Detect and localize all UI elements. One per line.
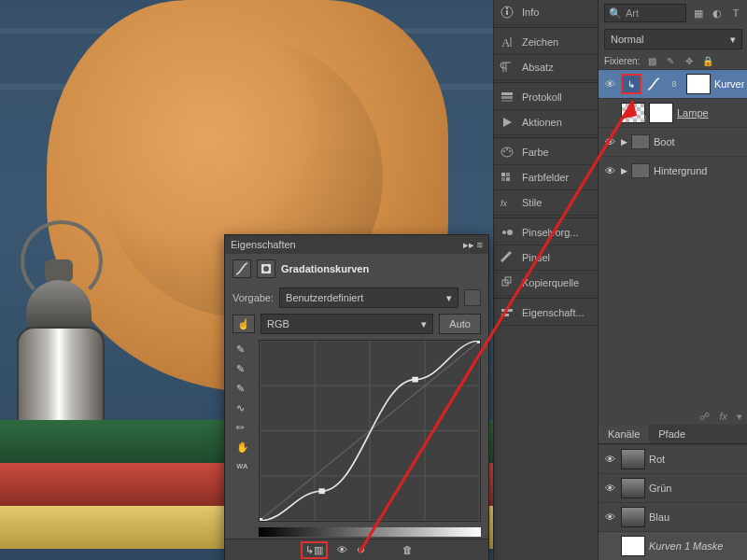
view-previous-icon[interactable]: 👁	[337, 544, 347, 555]
layer-name[interactable]: Lampe	[677, 107, 744, 119]
layer-name[interactable]: Kurven	[714, 78, 744, 90]
link-layers-icon[interactable]: ☍	[699, 411, 710, 423]
layer-name[interactable]: Hintergrund	[654, 165, 744, 176]
mask-mode-icon[interactable]	[257, 259, 275, 278]
clip-indicator[interactable]: ↳	[621, 74, 641, 94]
curves-adjustment-icon	[645, 76, 662, 92]
visibility-toggle[interactable]: 👁	[602, 454, 617, 465]
panel-collapse-icon[interactable]: ▸▸ ≡	[463, 239, 483, 251]
panel-swatches[interactable]: Farbfelder	[494, 165, 599, 190]
palette-icon	[500, 145, 514, 160]
link-icon[interactable]: 8	[666, 76, 683, 92]
eyedropper-black-icon[interactable]: ✎	[236, 343, 249, 356]
panel-color[interactable]: Farbe	[494, 140, 599, 165]
panel-styles[interactable]: fx Stile	[494, 190, 599, 216]
paragraph-icon	[500, 60, 514, 75]
auto-button[interactable]: Auto	[439, 314, 481, 334]
svg-rect-1	[506, 10, 508, 15]
expand-icon[interactable]: ▶	[621, 166, 627, 175]
layers-footer: ☍ fx ▾	[599, 409, 747, 425]
tab-kanaele[interactable]: Kanäle	[599, 425, 649, 443]
visibility-toggle[interactable]: 👁	[602, 165, 617, 176]
eyedropper-gray-icon[interactable]: ✎	[236, 363, 249, 375]
svg-rect-5	[501, 92, 513, 95]
channel-thumb	[621, 507, 645, 527]
panel-history[interactable]: Protokoll	[494, 85, 599, 110]
curve-pencil-icon[interactable]: ✏	[236, 422, 249, 434]
channel-row-mask[interactable]: Kurven 1 Maske	[599, 531, 747, 560]
visibility-toggle[interactable]: 👁	[602, 511, 617, 523]
chevron-down-icon: ▾	[421, 318, 427, 330]
target-adjust-icon[interactable]: ☝	[233, 315, 255, 333]
lock-transparent-icon[interactable]: ▩	[645, 54, 658, 67]
lock-label: Fixieren:	[604, 56, 640, 66]
channel-row-gruen[interactable]: 👁 Grün	[599, 473, 747, 502]
svg-rect-6	[501, 96, 513, 99]
channel-value: RGB	[267, 318, 289, 329]
brush-icon	[500, 250, 514, 265]
tab-pfade[interactable]: Pfade	[649, 425, 695, 443]
panel-brush[interactable]: Pinsel	[494, 245, 599, 271]
filter-type-icon[interactable]: T	[729, 7, 742, 20]
layer-filter-kind[interactable]: 🔍 Art	[604, 4, 686, 22]
blend-mode-dropdown[interactable]: Normal ▾	[604, 29, 742, 49]
svg-point-19	[507, 230, 513, 235]
panel-info[interactable]: Info	[494, 0, 599, 25]
lock-all-icon[interactable]: 🔒	[701, 54, 714, 67]
expand-icon[interactable]: ▶	[621, 137, 627, 147]
svg-point-10	[503, 150, 505, 152]
layers-channels-dock: 🔍 Art ▦ ◐ T Normal ▾ Fixieren: ▩ ✎ ✥ 🔒 👁…	[598, 0, 747, 560]
layer-row-boot[interactable]: 👁 ▶ Boot	[599, 127, 747, 156]
clip-to-layer-button[interactable]: ↳▥	[301, 541, 328, 559]
wa-icon[interactable]: ᴡᴀ	[236, 461, 249, 470]
curve-smooth-icon[interactable]: ∿	[236, 402, 249, 414]
channel-dropdown[interactable]: RGB ▾	[261, 314, 433, 334]
preset-menu-icon[interactable]	[464, 289, 481, 306]
svg-point-12	[509, 150, 511, 152]
layer-mask-thumb[interactable]	[686, 74, 711, 94]
lock-position-icon[interactable]: ✥	[683, 54, 696, 67]
reset-icon[interactable]: ↺	[357, 544, 365, 556]
info-icon	[500, 5, 514, 20]
panel-actions-label: Aktionen	[522, 117, 562, 128]
curves-graph[interactable]	[259, 340, 481, 522]
visibility-toggle[interactable]: 👁	[602, 136, 617, 147]
channel-row-blau[interactable]: 👁 Blau	[599, 502, 747, 531]
lock-pixels-icon[interactable]: ✎	[664, 54, 677, 67]
folder-icon	[631, 134, 650, 149]
channel-name: Rot	[649, 454, 744, 465]
panel-character[interactable]: A Zeichen	[494, 30, 599, 55]
delete-icon[interactable]: 🗑	[402, 544, 413, 555]
eyedropper-white-icon[interactable]: ✎	[236, 383, 249, 395]
svg-rect-40	[477, 341, 480, 343]
visibility-toggle[interactable]: 👁	[602, 78, 617, 90]
swatches-icon	[500, 170, 514, 185]
layer-name[interactable]: Boot	[654, 136, 744, 147]
layer-row-kurven[interactable]: 👁 ↳ 8 Kurven	[599, 69, 747, 98]
preset-dropdown[interactable]: Benutzerdefiniert ▾	[279, 287, 458, 308]
layer-mask-thumb[interactable]	[649, 103, 673, 123]
svg-rect-14	[506, 173, 510, 176]
filter-adjust-icon[interactable]: ◐	[711, 7, 724, 20]
channel-row-rot[interactable]: 👁 Rot	[599, 444, 747, 473]
channels-tabs: Kanäle Pfade	[599, 425, 747, 444]
curve-hand-icon[interactable]: ✋	[236, 441, 249, 454]
panel-actions[interactable]: Aktionen	[494, 110, 599, 135]
visibility-toggle[interactable]: 👁	[602, 483, 617, 494]
panel-paragraph[interactable]: Absatz	[494, 55, 599, 80]
panel-properties-shortcut[interactable]: Eigenschaft...	[494, 301, 599, 326]
layer-row-hintergrund[interactable]: 👁 ▶ Hintergrund	[599, 156, 747, 185]
panel-brush-presets[interactable]: Pinselvorg...	[494, 220, 599, 245]
collapsed-panel-dock: Info A Zeichen Absatz Protokoll Aktionen…	[493, 0, 599, 560]
panel-clone-source[interactable]: Kopierquelle	[494, 271, 599, 296]
layer-fx-icon[interactable]: fx	[719, 411, 727, 423]
svg-rect-16	[506, 177, 510, 181]
layer-row-lampe[interactable]: ☟ Lampe	[599, 98, 747, 127]
filter-pixel-icon[interactable]: ▦	[692, 7, 705, 20]
properties-panel[interactable]: Eigenschaften ▸▸ ≡ Gradationskurven Vorg…	[224, 234, 489, 560]
curves-mode-icon[interactable]	[233, 259, 251, 278]
search-icon: 🔍	[609, 7, 622, 20]
svg-rect-38	[318, 488, 324, 494]
svg-rect-22	[501, 309, 513, 312]
layer-thumb[interactable]: ☟	[621, 103, 645, 123]
